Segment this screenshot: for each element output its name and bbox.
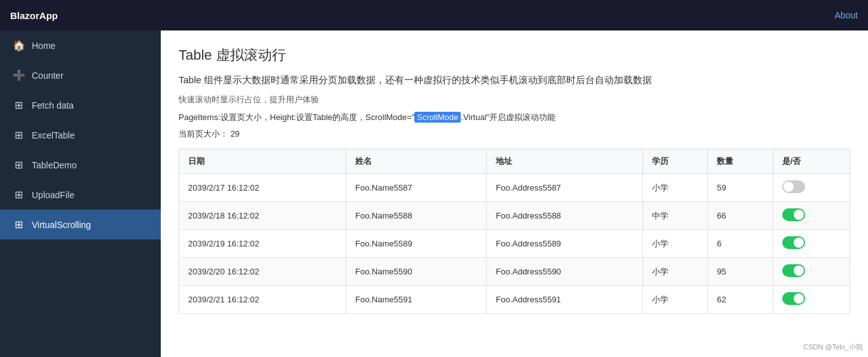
col-header-date: 日期 [179, 149, 346, 174]
sidebar: 🏠 Home ➕ Counter ⊞ Fetch data ⊞ ExcelTab… [0, 30, 161, 357]
table-cell: Foo.Name5589 [346, 230, 487, 258]
page-params: PageItems:设置页大小，Height:设置Table的高度，Scroll… [179, 112, 850, 123]
data-table: 日期 姓名 地址 学历 数量 是/否 2039/2/17 16:12:02Foo… [179, 149, 850, 314]
sidebar-item-label: ExcelTable [32, 130, 75, 140]
uploadfile-icon: ⊞ [13, 189, 24, 201]
params-suffix-text: .Virtual"开启虚拟滚动功能 [461, 112, 555, 122]
table-cell: 62 [708, 286, 773, 314]
table-cell: 59 [708, 174, 773, 202]
brand-title: BlazorApp [10, 10, 58, 21]
sidebar-item-counter[interactable]: ➕ Counter [0, 60, 161, 90]
table-cell: 2039/2/17 16:12:02 [179, 174, 346, 202]
table-cell-toggle[interactable] [773, 286, 850, 314]
watermark: CSDN @Teln_小凯 [803, 342, 863, 352]
table-cell-toggle[interactable] [773, 202, 850, 230]
table-header: 日期 姓名 地址 学历 数量 是/否 [179, 149, 850, 174]
fetchdata-icon: ⊞ [13, 99, 24, 111]
col-header-quantity: 数量 [708, 149, 773, 174]
table-cell: 66 [708, 202, 773, 230]
page-description: Table 组件显示大数据时通常采用分页加载数据，还有一种虚拟行的技术类似手机滚… [179, 72, 850, 88]
table-row: 2039/2/21 16:12:02Foo.Name5591Foo.Addres… [179, 286, 850, 314]
toggle-switch[interactable] [782, 208, 805, 221]
sidebar-item-upload-file[interactable]: ⊞ UploadFile [0, 180, 161, 210]
table-cell: Foo.Name5588 [346, 202, 487, 230]
table-cell: 2039/2/19 16:12:02 [179, 230, 346, 258]
sidebar-item-label: Counter [32, 71, 64, 81]
page-size-prefix: 当前页大小： [179, 129, 228, 138]
toggle-switch[interactable] [782, 180, 805, 193]
table-cell-toggle[interactable] [773, 174, 850, 202]
table-cell: Foo.Name5591 [346, 286, 487, 314]
params-prefix-text: PageItems:设置页大小，Height:设置Table的高度，Scroll… [179, 112, 414, 122]
table-cell: 小学 [642, 174, 708, 202]
sidebar-item-excel-table[interactable]: ⊞ ExcelTable [0, 120, 161, 150]
table-row: 2039/2/17 16:12:02Foo.Name5587Foo.Addres… [179, 174, 850, 202]
sidebar-item-label: VirtualScrolling [32, 220, 91, 230]
table-cell: 小学 [642, 286, 708, 314]
table-cell: 2039/2/20 16:12:02 [179, 258, 346, 286]
sidebar-item-label: Fetch data [32, 100, 74, 111]
home-icon: 🏠 [13, 39, 24, 51]
page-title: Table 虚拟滚动行 [179, 46, 850, 65]
table-cell: Foo.Address5589 [487, 230, 642, 258]
sidebar-item-label: UploadFile [32, 190, 74, 200]
table-cell: 95 [708, 258, 773, 286]
table-cell: 2039/2/21 16:12:02 [179, 286, 346, 314]
params-highlight: ScrollMode [414, 112, 461, 123]
table-cell: 6 [708, 230, 773, 258]
table-cell: Foo.Address5591 [487, 286, 642, 314]
toggle-switch[interactable] [782, 292, 805, 305]
table-cell: 中学 [642, 202, 708, 230]
table-cell: 小学 [642, 230, 708, 258]
page-size-label: 当前页大小： 29 [179, 128, 850, 140]
sidebar-item-label: TableDemo [32, 160, 77, 170]
table-cell: Foo.Address5587 [487, 174, 642, 202]
sidebar-item-virtual-scrolling[interactable]: ⊞ VirtualScrolling [0, 210, 161, 239]
toggle-switch[interactable] [782, 236, 805, 249]
sidebar-item-label: Home [32, 41, 55, 51]
col-header-name: 姓名 [346, 149, 487, 174]
virtualscrolling-icon: ⊞ [13, 219, 24, 231]
col-header-bool: 是/否 [773, 149, 850, 174]
toggle-switch[interactable] [782, 264, 805, 277]
table-row: 2039/2/20 16:12:02Foo.Name5590Foo.Addres… [179, 258, 850, 286]
sidebar-item-home[interactable]: 🏠 Home [0, 30, 161, 60]
table-cell: 2039/2/18 16:12:02 [179, 202, 346, 230]
sidebar-item-fetch-data[interactable]: ⊞ Fetch data [0, 90, 161, 120]
table-cell: Foo.Name5590 [346, 258, 487, 286]
table-cell-toggle[interactable] [773, 258, 850, 286]
table-cell: Foo.Name5587 [346, 174, 487, 202]
page-size-value: 29 [231, 129, 240, 138]
table-cell: Foo.Address5588 [487, 202, 642, 230]
table-cell: Foo.Address5590 [487, 258, 642, 286]
col-header-address: 地址 [487, 149, 642, 174]
page-subtitle: 快速滚动时显示行占位，提升用户体验 [179, 94, 850, 105]
sidebar-item-table-demo[interactable]: ⊞ TableDemo [0, 150, 161, 180]
table-row: 2039/2/18 16:12:02Foo.Name5588Foo.Addres… [179, 202, 850, 230]
navbar: BlazorApp About [0, 0, 868, 30]
exceltable-icon: ⊞ [13, 129, 24, 141]
table-row: 2039/2/19 16:12:02Foo.Name5589Foo.Addres… [179, 230, 850, 258]
main-content: Table 虚拟滚动行 Table 组件显示大数据时通常采用分页加载数据，还有一… [161, 30, 868, 357]
col-header-education: 学历 [642, 149, 708, 174]
tabledemo-icon: ⊞ [13, 159, 24, 171]
counter-icon: ➕ [13, 69, 24, 81]
table-body: 2039/2/17 16:12:02Foo.Name5587Foo.Addres… [179, 174, 850, 314]
table-cell-toggle[interactable] [773, 230, 850, 258]
table-cell: 小学 [642, 258, 708, 286]
about-link[interactable]: About [834, 10, 858, 20]
